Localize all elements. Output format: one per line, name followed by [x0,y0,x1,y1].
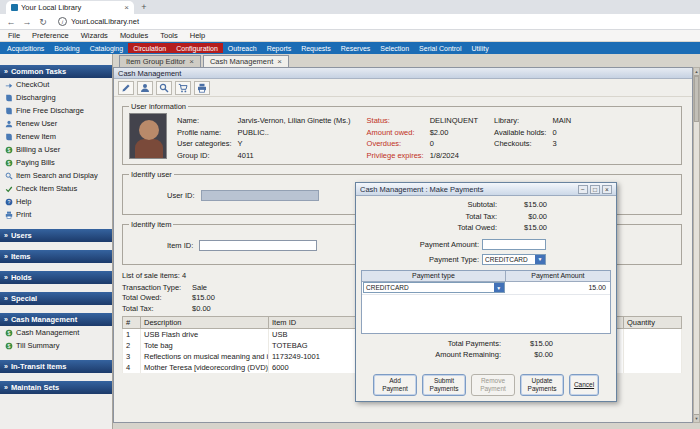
sidebar-header-users[interactable]: » Users [0,229,112,242]
module-utility[interactable]: Utility [467,43,494,53]
tab-item-group-editor[interactable]: Item Group Editor × [119,55,201,67]
sidebar-item-fine-free-discharge[interactable]: Fine Free Discharge [0,104,112,117]
tab-close-icon[interactable]: × [124,3,129,12]
payment-amount-input[interactable] [482,239,546,250]
scroll-up-icon[interactable]: ▲ [694,68,699,76]
module-outreach[interactable]: Outreach [223,43,262,53]
sidebar-item-help[interactable]: Help [0,195,112,208]
tab-cash-management[interactable]: Cash Management × [203,55,289,67]
dollar-icon [5,342,13,350]
sidebar-section-items: » Items [0,250,112,263]
payment-totals: Total Payments:$15.00 Amount Remaining:$… [361,339,611,362]
tab-close-icon[interactable]: × [189,57,194,66]
module-serial-control[interactable]: Serial Control [414,43,466,53]
menu-bar: File Preference Wizards Modules Tools He… [0,30,700,42]
menu-preference[interactable]: Preference [32,31,69,40]
module-circulation[interactable]: Circulation [128,43,171,53]
sidebar-header-cash-management[interactable]: » Cash Management [0,313,112,326]
user-id-input[interactable] [201,190,319,201]
update-payments-button[interactable]: Update Payments [520,374,564,396]
scrollbar-thumb[interactable] [694,76,699,122]
payment-amount-column-header[interactable]: Payment Amount [506,271,610,281]
module-selection[interactable]: Selection [375,43,414,53]
sidebar-header-items[interactable]: » Items [0,250,112,263]
column-header-description[interactable]: Description [141,316,269,328]
dialog-title-bar[interactable]: Cash Management : Make Payments − □ × [356,183,616,196]
sidebar-item-renew-user[interactable]: Renew User [0,117,112,130]
module-cataloging[interactable]: Cataloging [85,43,128,53]
vertical-scrollbar[interactable]: ▲ ▼ [693,67,700,423]
close-button[interactable]: × [602,185,612,194]
sidebar-item-print[interactable]: Print [0,208,112,221]
modify-user-button[interactable] [118,81,134,95]
sell-items-button[interactable] [175,81,191,95]
refresh-icon[interactable]: ↻ [38,17,48,27]
sidebar-item-billing-a-user[interactable]: Billing a User [0,143,112,156]
sidebar-item-check-item-status[interactable]: Check Item Status [0,182,112,195]
menu-file[interactable]: File [8,31,20,40]
sidebar-item-checkout[interactable]: CheckOut [0,78,112,91]
dropdown-arrow-icon[interactable]: ▼ [494,283,504,292]
field-value: $2.00 [430,128,478,137]
menu-tools[interactable]: Tools [160,31,178,40]
sidebar-item-paying-bills[interactable]: Paying Bills [0,156,112,169]
field-value: Y [238,139,351,148]
tab-close-icon[interactable]: × [277,57,282,66]
module-configuration[interactable]: Configuration [171,43,223,53]
section-title: Items [11,252,31,261]
payment-row[interactable]: CREDITCARD ▼ 15.00 [362,282,610,295]
column-header-num[interactable]: # [123,316,141,328]
module-reports[interactable]: Reports [262,43,297,53]
sidebar-item-till-summary[interactable]: Till Summary [0,339,112,352]
payment-type-column-header[interactable]: Payment type [362,271,506,281]
field-label: Name: [177,116,232,125]
sidebar-item-renew-item[interactable]: Renew Item [0,130,112,143]
sidebar-item-item-search-and-display[interactable]: Item Search and Display [0,169,112,182]
minimize-button[interactable]: − [578,185,588,194]
column-header-quantity[interactable]: Quantity [624,316,682,328]
sidebar-item-label: Renew Item [16,132,56,141]
sidebar-header-special[interactable]: » Special [0,292,112,305]
sidebar-item-cash-management[interactable]: Cash Management [0,326,112,339]
sidebar-header-holds[interactable]: » Holds [0,271,112,284]
user-search-button[interactable] [137,81,153,95]
field-value: PUBLIC.. [238,128,351,137]
item-id-input[interactable] [199,240,317,251]
sidebar-header-in-transit-items[interactable]: » In-Transit Items [0,360,112,373]
info-icon[interactable]: i [58,17,67,26]
sidebar-header-common-tasks[interactable]: » Common Tasks [0,65,112,78]
module-requests[interactable]: Requests [296,43,336,53]
sidebar-item-label: Fine Free Discharge [16,106,84,115]
payment-type-dropdown[interactable]: CREDITCARD ▼ [482,254,546,265]
module-reserves[interactable]: Reserves [336,43,376,53]
menu-help[interactable]: Help [190,31,205,40]
dropdown-arrow-icon[interactable]: ▼ [535,255,545,264]
forward-icon[interactable]: → [22,17,32,27]
submit-payments-button[interactable]: Submit Payments [422,374,466,396]
chevron-icon: » [4,232,8,239]
sidebar-header-maintain-sets[interactable]: » Maintain Sets [0,381,112,394]
sidebar-item-discharging[interactable]: Discharging [0,91,112,104]
module-booking[interactable]: Booking [49,43,84,53]
payment-row-type-dropdown[interactable]: CREDITCARD ▼ [363,282,505,293]
cancel-button[interactable]: Cancel [569,374,599,396]
section-title: In-Transit Items [11,362,66,371]
back-icon[interactable]: ← [6,17,16,27]
address-bar[interactable]: i YourLocalLibrary.net [54,16,694,28]
summary-label: Total Owed: [122,293,192,302]
chevron-icon: » [4,274,8,281]
scroll-down-icon[interactable]: ▼ [694,414,699,422]
browser-navbar: ← → ↻ i YourLocalLibrary.net [0,14,700,30]
maximize-button[interactable]: □ [590,185,600,194]
menu-wizards[interactable]: Wizards [81,31,108,40]
print-button[interactable] [194,81,210,95]
module-acquisitions[interactable]: Acquisitions [2,43,49,53]
new-tab-button[interactable]: + [138,2,150,13]
add-payment-button[interactable]: Add Payment [373,374,417,396]
cell-quantity [624,362,682,373]
browser-tab[interactable]: Your Local Library × [6,1,134,14]
item-search-button[interactable] [156,81,172,95]
payments-table: Payment type Payment Amount CREDITCARD ▼… [361,270,611,334]
menu-modules[interactable]: Modules [120,31,148,40]
summary-label: Total Tax: [122,304,192,313]
